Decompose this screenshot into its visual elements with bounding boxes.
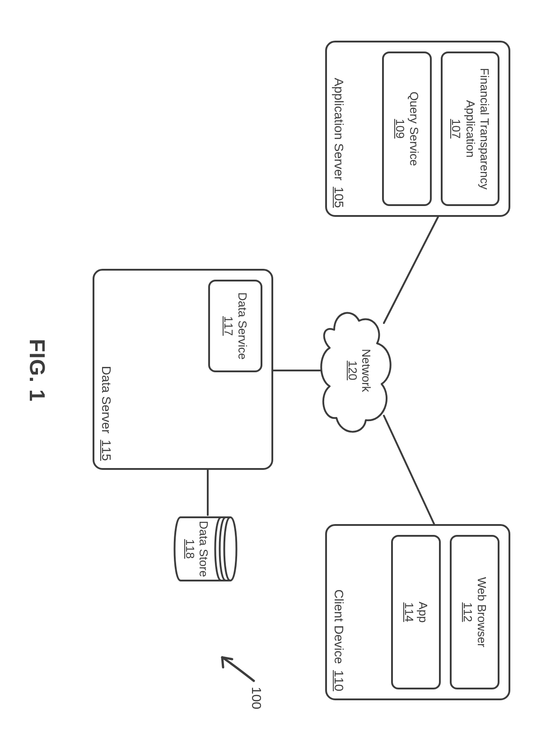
qs-label: Query Service <box>407 92 421 166</box>
ref-arrow-icon <box>208 648 257 689</box>
data-store-ref: 118 <box>183 539 197 558</box>
financial-transparency-app-box: Financial Transparency Application 107 <box>441 52 499 206</box>
application-server-box: Financial Transparency Application 107 Q… <box>325 41 510 217</box>
data-server-label: Data Server <box>99 366 113 433</box>
data-server-label-group: Data Server 115 <box>99 366 113 461</box>
figure-ref: 100 <box>249 687 265 709</box>
qs-ref: 109 <box>393 119 407 138</box>
browser-ref: 112 <box>461 602 475 622</box>
fta-ref: 107 <box>449 119 463 138</box>
web-browser-box: Web Browser 112 <box>450 535 499 689</box>
query-service-box: Query Service 109 <box>382 52 432 206</box>
figure-caption: FIG. 1 <box>25 339 50 402</box>
data-service-ref: 117 <box>221 316 235 336</box>
client-device-label: Client Device <box>332 590 346 664</box>
data-server-box: Data Service 117 Data Server 115 <box>93 269 273 470</box>
data-service-label: Data Service <box>235 292 249 360</box>
data-service-box: Data Service 117 <box>208 280 262 372</box>
network-label: Network <box>359 349 373 392</box>
client-device-box: Web Browser 112 App 114 Client Device 11… <box>325 524 510 700</box>
network-ref: 120 <box>346 361 359 380</box>
data-store-label-group: Data Store 118 <box>183 513 210 585</box>
fta-label: Financial Transparency Application <box>463 53 491 204</box>
data-server-ref: 115 <box>99 440 113 461</box>
client-device-ref: 110 <box>332 670 346 691</box>
app-box: App 114 <box>391 535 441 689</box>
app-ref: 114 <box>402 602 416 622</box>
app-server-label: Application Server <box>332 78 346 180</box>
client-device-label-group: Client Device 110 <box>331 590 346 691</box>
app-server-ref: 105 <box>332 187 346 208</box>
app-server-label-group: Application Server 105 <box>331 78 346 208</box>
data-store-label: Data Store <box>197 521 210 577</box>
app-label: App <box>416 602 430 623</box>
browser-label: Web Browser <box>475 577 489 647</box>
network-label-group: Network 120 <box>345 305 373 436</box>
